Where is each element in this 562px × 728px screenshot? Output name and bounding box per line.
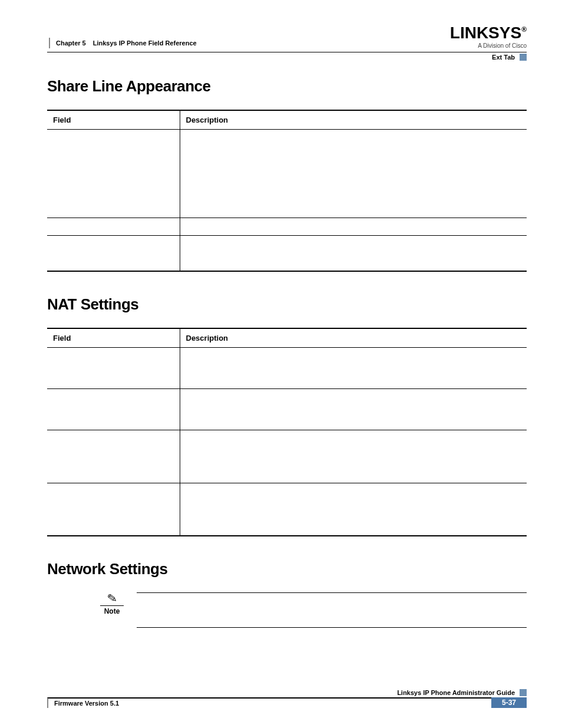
cell-description bbox=[180, 347, 527, 388]
table-row bbox=[47, 388, 527, 430]
share-line-table: Field Description bbox=[47, 110, 527, 272]
pencil-icon: ✎ bbox=[100, 591, 124, 605]
table-header-field: Field bbox=[47, 110, 180, 130]
section-title-nat: NAT Settings bbox=[47, 295, 527, 314]
logo-trademark: ® bbox=[521, 25, 527, 34]
cell-description bbox=[180, 218, 527, 236]
table-row bbox=[47, 483, 527, 536]
cell-field bbox=[47, 388, 180, 430]
cell-description bbox=[180, 430, 527, 483]
table-header-description: Description bbox=[180, 328, 527, 348]
chapter-title: Linksys IP Phone Field Reference bbox=[93, 39, 197, 47]
page-footer: Linksys IP Phone Administrator Guide Fir… bbox=[47, 689, 527, 708]
cell-field bbox=[47, 430, 180, 483]
logo-subtitle: A Division of Cisco bbox=[450, 42, 527, 49]
table-header-description: Description bbox=[180, 110, 527, 130]
footer-guide-title: Linksys IP Phone Administrator Guide bbox=[397, 689, 515, 696]
note-block: ✎ Note bbox=[100, 592, 527, 628]
cell-field bbox=[47, 347, 180, 388]
cell-field bbox=[47, 130, 180, 218]
brand-logo: LINKSYS® A Division of Cisco bbox=[450, 25, 527, 49]
table-row bbox=[47, 218, 527, 236]
tab-indicator-row: Ext Tab bbox=[47, 52, 527, 61]
footer-page-number: 5-37 bbox=[491, 697, 527, 708]
footer-firmware: Firmware Version 5.1 bbox=[47, 697, 491, 708]
chapter-heading: Chapter 5 Linksys IP Phone Field Referen… bbox=[49, 29, 197, 48]
cell-description bbox=[180, 483, 527, 536]
footer-marker-icon bbox=[520, 689, 527, 696]
table-header-field: Field bbox=[47, 328, 180, 348]
section-title-network: Network Settings bbox=[47, 560, 527, 578]
cell-description bbox=[180, 388, 527, 430]
cell-description bbox=[180, 236, 527, 271]
cell-field bbox=[47, 218, 180, 236]
cell-field bbox=[47, 236, 180, 271]
cell-field bbox=[47, 483, 180, 536]
note-label: Note bbox=[100, 607, 124, 615]
table-row bbox=[47, 430, 527, 483]
ext-tab-label: Ext Tab bbox=[492, 54, 515, 61]
nat-settings-table: Field Description bbox=[47, 328, 527, 537]
table-row bbox=[47, 347, 527, 388]
table-row bbox=[47, 130, 527, 218]
table-row bbox=[47, 236, 527, 271]
section-title-share-line: Share Line Appearance bbox=[47, 77, 527, 95]
note-body bbox=[137, 592, 527, 628]
tab-marker-icon bbox=[520, 54, 527, 61]
chapter-number: Chapter 5 bbox=[56, 39, 86, 47]
cell-description bbox=[180, 130, 527, 218]
logo-text: LINKSYS bbox=[450, 24, 521, 42]
